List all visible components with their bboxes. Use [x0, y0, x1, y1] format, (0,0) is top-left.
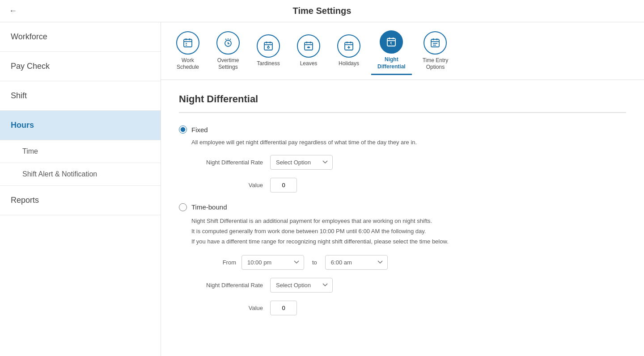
time-bound-value-label: Value — [191, 305, 263, 311]
fixed-rate-row: Night Differential Rate Select Option — [191, 155, 626, 170]
sidebar-item-hours[interactable]: Hours — [0, 111, 161, 140]
time-bound-description: Night Shift Differential is an additiona… — [191, 216, 626, 247]
time-bound-desc-line3: If you have a different time range for r… — [191, 238, 449, 245]
sidebar: Workforce Pay Check Shift Hours Time Shi… — [0, 22, 161, 356]
fixed-radio-label[interactable]: Fixed — [179, 126, 626, 134]
time-bound-radio-label[interactable]: Time-bound — [179, 203, 626, 211]
section-divider — [179, 112, 626, 113]
fixed-value-label: Value — [191, 182, 263, 188]
sidebar-item-reports[interactable]: Reports — [0, 186, 161, 215]
leaves-icon — [297, 34, 320, 58]
svg-point-12 — [267, 46, 269, 48]
sidebar-item-time[interactable]: Time — [0, 140, 161, 163]
fixed-rate-dropdown[interactable]: Select Option — [270, 155, 333, 170]
tab-overtime-label: OvertimeSettings — [217, 57, 239, 71]
svg-rect-14 — [305, 42, 313, 50]
main-layout: Workforce Pay Check Shift Hours Time Shi… — [0, 22, 644, 356]
tab-work-schedule[interactable]: WorkSchedule — [170, 28, 206, 75]
sidebar-item-workforce[interactable]: Workforce — [0, 22, 161, 52]
tab-night-differential[interactable]: NightDifferential — [371, 27, 412, 75]
fixed-value-row: Value 0 — [191, 178, 626, 193]
to-time-dropdown[interactable]: 6:00 am 7:00 am 5:00 am — [325, 255, 388, 270]
time-bound-rate-label: Night Differential Rate — [191, 282, 263, 289]
time-bound-value-input[interactable]: 0 — [270, 301, 297, 315]
svg-rect-0 — [184, 39, 192, 47]
time-bound-value-row: Value 0 — [191, 301, 626, 315]
tab-bar: WorkSchedule OvertimeSettings — [161, 22, 644, 80]
tab-work-schedule-label: WorkSchedule — [177, 57, 199, 71]
top-header: ← Time Settings — [0, 0, 644, 22]
fixed-rate-label: Night Differential Rate — [191, 159, 263, 166]
work-schedule-icon — [176, 31, 199, 54]
time-bound-label: Time-bound — [191, 203, 227, 211]
back-button[interactable]: ← — [9, 6, 17, 16]
section-title: Night Differential — [179, 93, 626, 105]
from-time-dropdown[interactable]: 10:00 pm 11:00 pm 9:00 pm — [242, 255, 304, 270]
time-bound-desc-line2: It is computed generally from work done … — [191, 228, 426, 235]
fixed-value-input[interactable]: 0 — [270, 178, 297, 193]
from-label: From — [191, 259, 236, 266]
tab-time-entry-options[interactable]: Time EntryOptions — [416, 28, 455, 75]
night-differential-icon — [380, 30, 403, 54]
fixed-option-label: Fixed — [191, 126, 208, 134]
time-bound-radio-input[interactable] — [179, 203, 187, 211]
tardiness-icon — [257, 34, 280, 58]
time-bound-rate-row: Night Differential Rate Select Option — [191, 278, 626, 293]
page-content: Night Differential Fixed All employee wi… — [161, 80, 644, 356]
from-to-row: From 10:00 pm 11:00 pm 9:00 pm to 6:00 a… — [191, 255, 626, 270]
fixed-description: All employee will get night differential… — [191, 138, 626, 147]
sidebar-item-shift-alert[interactable]: Shift Alert & Notification — [0, 163, 161, 186]
page-title: Time Settings — [293, 6, 352, 16]
sidebar-item-shift[interactable]: Shift — [0, 81, 161, 111]
to-separator-label: to — [312, 259, 317, 266]
overtime-icon — [216, 31, 240, 54]
fixed-radio-input[interactable] — [179, 126, 187, 134]
tab-tardiness-label: Tardiness — [257, 60, 280, 67]
tab-tardiness[interactable]: Tardiness — [250, 31, 286, 71]
time-bound-desc-line1: Night Shift Differential is an additiona… — [191, 218, 432, 224]
fixed-option-group: Fixed All employee will get night differ… — [179, 126, 626, 193]
tab-leaves[interactable]: Leaves — [291, 31, 326, 71]
content-area: WorkSchedule OvertimeSettings — [161, 22, 644, 356]
tab-time-entry-label: Time EntryOptions — [423, 57, 449, 71]
holidays-icon — [337, 34, 360, 58]
time-bound-section: Time-bound Night Shift Differential is a… — [179, 203, 626, 315]
sidebar-item-paycheck[interactable]: Pay Check — [0, 52, 161, 81]
time-entry-icon — [424, 31, 447, 54]
tab-holidays-label: Holidays — [339, 60, 359, 67]
time-bound-rate-dropdown[interactable]: Select Option — [270, 278, 333, 293]
tab-leaves-label: Leaves — [300, 60, 318, 67]
tab-night-differential-label: NightDifferential — [377, 56, 406, 70]
tab-holidays[interactable]: Holidays — [331, 31, 367, 71]
tab-overtime-settings[interactable]: OvertimeSettings — [210, 28, 246, 75]
